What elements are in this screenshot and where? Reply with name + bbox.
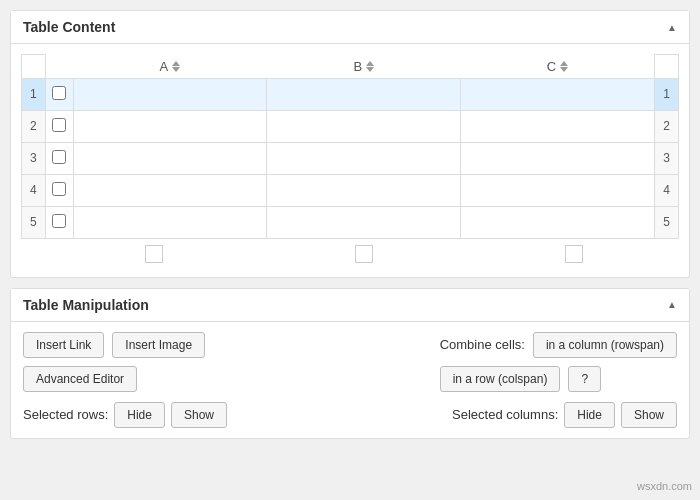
hide-cols-button[interactable]: Hide [564,402,615,428]
bottom-cb-b-cell [259,245,469,263]
cell-input-1-B[interactable] [271,81,456,105]
cell-input-2-B[interactable] [271,113,456,137]
cell-2-B[interactable] [267,110,461,142]
cell-5-B[interactable] [267,206,461,238]
col-b-label: B [354,59,363,74]
question-button[interactable]: ? [568,366,601,392]
cell-5-C[interactable] [461,206,655,238]
row-checkbox-4[interactable] [45,174,73,206]
row-checkbox-1[interactable] [45,78,73,110]
bottom-checkbox-b[interactable] [355,245,373,263]
table-content-collapse-icon[interactable]: ▲ [667,22,677,33]
cell-1-B[interactable] [267,78,461,110]
col-c-sort[interactable] [560,61,568,72]
table-row: 55 [22,206,679,238]
selected-cols-controls: Selected columns: Hide Show [452,402,677,428]
header-row-num [22,55,46,79]
col-b-sort[interactable] [366,61,374,72]
cell-1-A[interactable] [73,78,267,110]
col-a-sort-down-icon[interactable] [172,67,180,72]
cell-input-4-C[interactable] [465,177,650,201]
col-a-sort-up-icon[interactable] [172,61,180,66]
row-num-left-4: 4 [22,174,46,206]
cell-input-5-C[interactable] [465,209,650,233]
cell-3-B[interactable] [267,142,461,174]
header-row-num-right [655,55,679,79]
cell-1-C[interactable] [461,78,655,110]
col-b-header: B [267,55,461,79]
cell-4-B[interactable] [267,174,461,206]
show-cols-button[interactable]: Show [621,402,677,428]
cell-input-3-B[interactable] [271,145,456,169]
col-a-sort[interactable] [172,61,180,72]
bottom-cb-c-cell [469,245,679,263]
col-c-label: C [547,59,556,74]
cell-input-3-A[interactable] [78,145,263,169]
row-num-right-5: 5 [655,206,679,238]
cell-4-A[interactable] [73,174,267,206]
cell-2-C[interactable] [461,110,655,142]
col-a-label: A [160,59,169,74]
hide-rows-button[interactable]: Hide [114,402,165,428]
row-checkbox-5[interactable] [45,206,73,238]
table-row: 33 [22,142,679,174]
cell-input-5-A[interactable] [78,209,263,233]
cell-4-C[interactable] [461,174,655,206]
row-num-right-3: 3 [655,142,679,174]
watermark: wsxdn.com [637,480,692,492]
cell-input-5-B[interactable] [271,209,456,233]
table-row: 22 [22,110,679,142]
col-c-header: C [461,55,655,79]
combine-cells-row: Combine cells: in a column (rowspan) [440,332,677,358]
cell-input-2-C[interactable] [465,113,650,137]
cell-input-1-A[interactable] [78,81,263,105]
cell-2-A[interactable] [73,110,267,142]
table-manipulation-title: Table Manipulation [23,297,149,313]
cell-5-A[interactable] [73,206,267,238]
table-content-header: Table Content ▲ [11,11,689,44]
selected-rows-controls: Selected rows: Hide Show [23,402,227,428]
cell-input-2-A[interactable] [78,113,263,137]
selected-cols-label: Selected columns: [452,407,558,422]
row-checkbox-2[interactable] [45,110,73,142]
cell-3-A[interactable] [73,142,267,174]
bottom-checkbox-a[interactable] [145,245,163,263]
combine-cells-label: Combine cells: [440,337,525,352]
table-content-body: A B [11,44,689,277]
row-checkbox-3[interactable] [45,142,73,174]
insert-image-button[interactable]: Insert Image [112,332,205,358]
row-num-right-1: 1 [655,78,679,110]
cell-input-4-B[interactable] [271,177,456,201]
row-num-left-2: 2 [22,110,46,142]
insert-link-button[interactable]: Insert Link [23,332,104,358]
table-manipulation-panel: Table Manipulation ▲ Insert Link Insert … [10,288,690,439]
bottom-buttons-row: Advanced Editor [23,366,205,392]
combine-colspan-button[interactable]: in a row (colspan) [440,366,561,392]
table-manipulation-collapse-icon[interactable]: ▲ [667,299,677,310]
cell-input-3-C[interactable] [465,145,650,169]
advanced-editor-button[interactable]: Advanced Editor [23,366,137,392]
cell-input-1-C[interactable] [465,81,650,105]
row-num-left-5: 5 [22,206,46,238]
combine-rowspan-button[interactable]: in a column (rowspan) [533,332,677,358]
selected-rows-label: Selected rows: [23,407,108,422]
col-c-sort-down-icon[interactable] [560,67,568,72]
cell-3-C[interactable] [461,142,655,174]
col-c-sort-up-icon[interactable] [560,61,568,66]
table-manipulation-header: Table Manipulation ▲ [11,289,689,322]
row-num-right-4: 4 [655,174,679,206]
selected-controls-row: Selected rows: Hide Show Selected column… [23,402,677,428]
col-a-header: A [73,55,267,79]
table-grid: A B [21,54,679,239]
table-content-title: Table Content [23,19,115,35]
bottom-checkbox-c[interactable] [565,245,583,263]
table-row: 11 [22,78,679,110]
table-row: 44 [22,174,679,206]
row-num-right-2: 2 [655,110,679,142]
show-rows-button[interactable]: Show [171,402,227,428]
col-b-sort-down-icon[interactable] [366,67,374,72]
cell-input-4-A[interactable] [78,177,263,201]
combine-row-colspan: in a row (colspan) ? [440,366,677,392]
left-manipulation: Insert Link Insert Image Advanced Editor [23,332,205,392]
col-b-sort-up-icon[interactable] [366,61,374,66]
